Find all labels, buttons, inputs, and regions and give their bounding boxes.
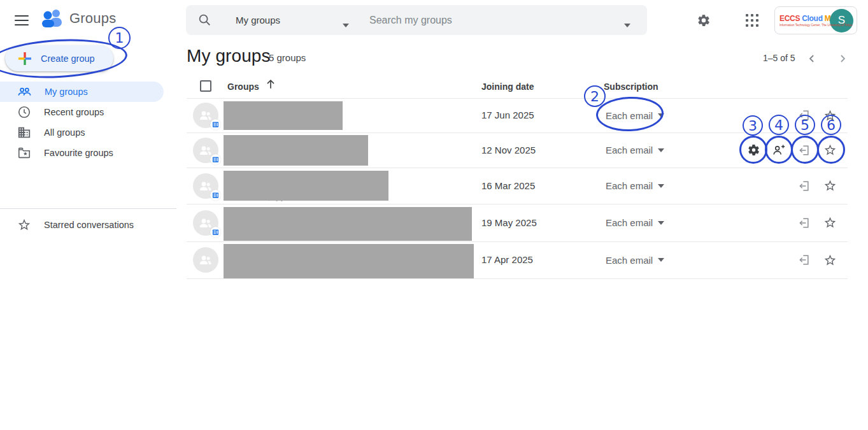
organization-badge-icon	[210, 227, 221, 238]
eccs-cloud-mail-logo: ECCS Cloud Mail Information Technology C…	[775, 14, 831, 27]
redacted-group-name	[224, 135, 368, 166]
multicolor-plus-icon	[18, 52, 32, 66]
clock-icon	[17, 105, 31, 119]
domain-icon	[17, 125, 31, 140]
leave-group-icon[interactable]	[795, 251, 813, 269]
groups-people-icon	[41, 8, 64, 28]
column-header-subscription: Subscription	[604, 82, 658, 92]
page-title: My groups	[187, 46, 271, 66]
group-row-5[interactable]: 17 Apr 2025 Each email	[187, 241, 848, 278]
group-avatar	[193, 173, 218, 199]
search-options-caret-icon[interactable]	[624, 18, 630, 30]
subscription-dropdown[interactable]: Each email	[606, 215, 653, 231]
search-bar: My groups	[186, 5, 647, 35]
redacted-group-name	[224, 207, 472, 241]
group-avatar	[193, 247, 218, 273]
top-bar: Groups My groups	[0, 0, 868, 41]
next-page-icon[interactable]	[834, 50, 851, 67]
sidebar-item-my-groups[interactable]: My groups	[0, 82, 164, 102]
joining-date: 16 Mar 2025	[481, 180, 535, 191]
subscription-value: Each email	[606, 180, 653, 191]
sidebar-label: Starred conversations	[44, 220, 134, 230]
brand-title-cloud: Cloud	[802, 14, 825, 23]
folder-star-icon	[17, 146, 31, 160]
group-row-4[interactable]: 19 May 2025 Each email	[187, 204, 848, 241]
subscription-value: Each email	[606, 217, 653, 228]
subscription-dropdown[interactable]: Each email	[606, 252, 653, 268]
search-input[interactable]	[369, 5, 611, 35]
star-group-icon[interactable]	[821, 251, 839, 269]
leave-group-icon[interactable]	[795, 214, 813, 232]
group-row-1[interactable]: 17 Jun 2025 Each email	[187, 98, 848, 133]
organization-badge-icon	[210, 119, 221, 130]
search-icon	[197, 13, 211, 27]
leave-group-icon[interactable]	[795, 141, 813, 159]
subscription-value: Each email	[606, 145, 653, 155]
group-avatar	[193, 103, 218, 128]
groups-logo[interactable]: Groups	[41, 8, 116, 28]
leave-group-icon[interactable]	[795, 106, 813, 124]
scope-caret-icon[interactable]	[343, 18, 349, 30]
sidebar-item-starred-conversations[interactable]: Starred conversations	[0, 215, 164, 235]
settings-button[interactable]	[691, 8, 716, 33]
page-range: 1–5 of 5	[763, 53, 795, 63]
subscription-value: Each email	[606, 110, 653, 121]
create-group-button[interactable]: Create group	[5, 45, 113, 71]
sidebar-item-all-groups[interactable]: All groups	[0, 122, 164, 143]
brand-subtitle: Information Technology Center, The Unive…	[779, 24, 820, 27]
joining-date: 12 Nov 2025	[481, 145, 536, 155]
star-group-icon[interactable]	[821, 214, 839, 232]
main-menu-icon[interactable]	[10, 9, 33, 32]
create-group-label: Create group	[41, 54, 95, 64]
sidebar-item-recent-groups[interactable]: Recent groups	[0, 102, 164, 122]
sidebar-nav: My groups Recent groups All groups	[0, 82, 176, 163]
star-group-icon[interactable]	[821, 141, 839, 159]
row-divider	[187, 278, 848, 279]
redacted-group-name	[224, 171, 388, 201]
previous-page-icon[interactable]	[804, 50, 820, 67]
star-group-icon[interactable]	[821, 177, 839, 195]
star-group-icon[interactable]	[821, 106, 839, 124]
product-name: Groups	[69, 10, 116, 27]
joining-date: 19 May 2025	[481, 217, 537, 228]
sidebar-label: All groups	[44, 127, 85, 138]
sidebar-label: Recent groups	[44, 107, 104, 117]
subscription-dropdown[interactable]: Each email	[606, 143, 653, 158]
group-settings-icon[interactable]	[744, 141, 762, 159]
sidebar-item-favourite-groups[interactable]: Favourite groups	[0, 143, 164, 163]
organization-badge-icon	[210, 154, 221, 165]
group-avatar	[193, 210, 218, 236]
sort-ascending-icon[interactable]	[264, 78, 277, 90]
group-avatar	[193, 138, 218, 163]
joining-date: 17 Apr 2025	[481, 254, 533, 265]
pagination: 1–5 of 5	[758, 45, 860, 71]
google-groups-app: Groups My groups	[0, 0, 868, 430]
search-scope-value: My groups	[236, 15, 280, 25]
account-avatar[interactable]: S	[830, 9, 853, 32]
brand-title-eccs: ECCS	[779, 14, 802, 23]
select-all-checkbox[interactable]	[200, 80, 211, 92]
group-row-3[interactable]: YZOOD自主防災 16 Mar 2025 Each email	[187, 168, 848, 204]
sidebar-label: Favourite groups	[44, 148, 113, 158]
sidebar-divider	[0, 208, 176, 209]
add-member-icon[interactable]	[770, 141, 788, 159]
leave-group-icon[interactable]	[795, 177, 813, 195]
subscription-dropdown[interactable]: Each email	[606, 108, 653, 123]
star-outline-icon	[17, 218, 31, 232]
group-row-2[interactable]: 12 Nov 2025 Each email	[187, 133, 848, 168]
google-apps-icon[interactable]	[739, 8, 765, 33]
account-chip[interactable]: ECCS Cloud Mail Information Technology C…	[774, 6, 857, 34]
subscription-dropdown[interactable]: Each email	[606, 178, 653, 194]
sidebar-label: My groups	[45, 87, 88, 97]
organization-badge-icon	[210, 190, 221, 201]
search-scope-dropdown[interactable]: My groups	[236, 5, 280, 35]
table-header: Groups Joining date Subscription	[187, 75, 848, 98]
redacted-group-name	[224, 101, 343, 130]
column-header-groups: Groups	[227, 82, 259, 92]
people-icon	[17, 85, 32, 99]
column-header-joining-date: Joining date	[481, 82, 534, 92]
redacted-group-name	[224, 244, 474, 278]
group-count: 5 groups	[269, 52, 306, 63]
subscription-value: Each email	[606, 255, 653, 266]
joining-date: 17 Jun 2025	[481, 110, 534, 120]
